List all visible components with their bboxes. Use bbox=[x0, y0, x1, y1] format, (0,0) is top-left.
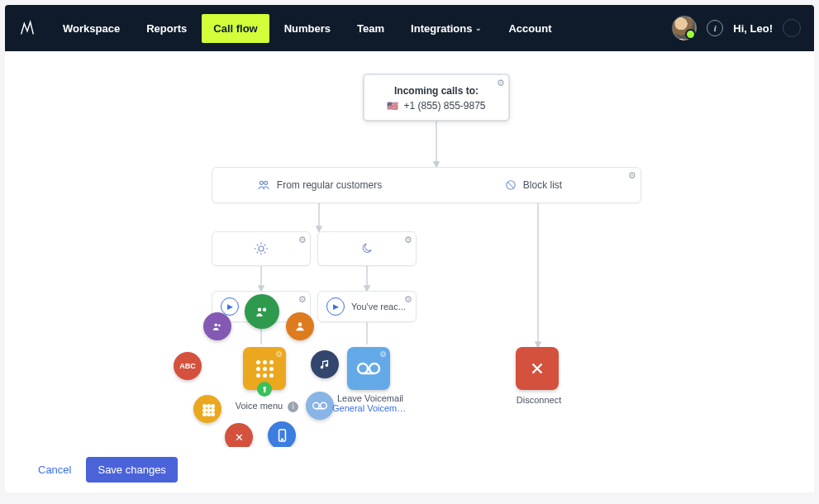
music-icon bbox=[319, 359, 331, 370]
close-icon: ✕ bbox=[235, 431, 244, 444]
incoming-phone: +1 (855) 855-9875 bbox=[403, 100, 485, 112]
app-header: Workspace Reports Call flow Numbers Team… bbox=[5, 5, 814, 51]
keypad-icon bbox=[202, 404, 213, 415]
keypad-icon bbox=[256, 360, 274, 378]
save-changes-button[interactable]: Save changes bbox=[86, 457, 177, 483]
chip-users[interactable] bbox=[203, 312, 231, 340]
label-text: Leave Voicemail bbox=[337, 393, 403, 403]
play-icon[interactable]: ▶ bbox=[326, 297, 345, 316]
flow-canvas[interactable]: ⚙ Incoming calls to: 🇺🇸 +1 (855) 855-987… bbox=[5, 51, 814, 492]
voicemail-sub-link[interactable]: General Voicema... bbox=[332, 403, 408, 413]
footer-actions: Cancel Save changes bbox=[5, 447, 814, 492]
gear-icon[interactable]: ⚙ bbox=[298, 235, 307, 245]
header-right: i Hi, Leo! bbox=[672, 16, 801, 40]
svg-point-4 bbox=[258, 308, 262, 312]
svg-point-7 bbox=[215, 324, 218, 327]
close-icon bbox=[528, 359, 546, 378]
svg-point-10 bbox=[321, 402, 327, 409]
gear-icon[interactable]: ⚙ bbox=[379, 349, 387, 359]
info-badge-icon[interactable]: i bbox=[288, 402, 298, 412]
svg-point-0 bbox=[260, 181, 263, 184]
node-voice-menu[interactable]: ⚙ ⬆ bbox=[243, 347, 286, 390]
gear-icon[interactable]: ⚙ bbox=[628, 170, 636, 181]
chip-keypad-small[interactable] bbox=[193, 395, 221, 423]
chevron-down-icon: ⌄ bbox=[475, 24, 482, 32]
nav-reports[interactable]: Reports bbox=[135, 14, 198, 43]
branch-block-list[interactable]: Block list bbox=[426, 168, 640, 202]
user-greeting: Hi, Leo! bbox=[733, 22, 773, 35]
svg-point-5 bbox=[263, 308, 267, 312]
nav-numbers[interactable]: Numbers bbox=[273, 14, 342, 43]
nav-workspace[interactable]: Workspace bbox=[51, 14, 131, 43]
nav-integrations[interactable]: Integrations ⌄ bbox=[399, 14, 493, 43]
nav-label: Integrations bbox=[411, 22, 472, 35]
gear-icon[interactable]: ⚙ bbox=[298, 294, 307, 305]
nav-label: Workspace bbox=[63, 22, 120, 35]
disconnect-label: Disconnect bbox=[501, 395, 577, 405]
primary-nav: Workspace Reports Call flow Numbers Team… bbox=[51, 14, 563, 43]
branch-block-label: Block list bbox=[523, 179, 562, 191]
info-icon[interactable]: i bbox=[707, 20, 723, 36]
node-branch: ⚙ From regular customers Block list bbox=[212, 167, 641, 203]
cancel-button[interactable]: Cancel bbox=[38, 464, 71, 476]
nav-team[interactable]: Team bbox=[345, 14, 396, 43]
chip-phone[interactable] bbox=[268, 421, 296, 449]
chip-group[interactable] bbox=[245, 294, 279, 329]
node-incoming-calls[interactable]: ⚙ Incoming calls to: 🇺🇸 +1 (855) 855-987… bbox=[364, 74, 509, 121]
branch-regular-customers[interactable]: From regular customers bbox=[212, 168, 426, 202]
phone-icon bbox=[278, 428, 287, 443]
header-end-button[interactable] bbox=[783, 19, 801, 37]
svg-point-8 bbox=[218, 324, 221, 326]
svg-point-3 bbox=[259, 246, 264, 251]
svg-point-1 bbox=[264, 181, 267, 184]
gear-icon[interactable]: ⚙ bbox=[497, 78, 505, 88]
block-icon bbox=[505, 179, 517, 191]
voicemail-label: Leave Voicemail General Voicema... bbox=[332, 393, 408, 413]
svg-point-9 bbox=[313, 402, 320, 409]
node-nighttime[interactable]: ⚙ bbox=[317, 231, 417, 266]
moon-icon bbox=[360, 242, 374, 255]
nav-label: Account bbox=[508, 22, 551, 35]
group-icon bbox=[255, 304, 269, 319]
sun-icon bbox=[254, 241, 269, 256]
nav-call-flow[interactable]: Call flow bbox=[202, 14, 269, 43]
svg-point-6 bbox=[298, 322, 302, 326]
node-voicemail[interactable]: ⚙ bbox=[347, 347, 390, 390]
nav-label: Team bbox=[357, 22, 384, 35]
user-avatar[interactable] bbox=[672, 16, 697, 40]
chip-voicemail-small[interactable] bbox=[306, 392, 334, 420]
chip-abc[interactable]: ABC bbox=[174, 352, 202, 380]
svg-point-14 bbox=[369, 364, 379, 373]
chip-user[interactable] bbox=[286, 312, 314, 340]
label-text: Voice menu bbox=[236, 401, 283, 411]
svg-point-13 bbox=[358, 364, 368, 373]
svg-point-12 bbox=[281, 439, 283, 440]
flag-icon: 🇺🇸 bbox=[387, 101, 398, 112]
nav-label: Reports bbox=[146, 22, 187, 35]
node-play-message-night[interactable]: ⚙ ▶ You've reac... bbox=[317, 291, 417, 322]
nav-account[interactable]: Account bbox=[497, 14, 563, 43]
nav-label: Call flow bbox=[213, 22, 257, 35]
node-daytime[interactable]: ⚙ bbox=[212, 231, 311, 266]
abc-icon: ABC bbox=[179, 362, 196, 370]
nav-label: Numbers bbox=[284, 22, 331, 35]
chip-music[interactable] bbox=[311, 350, 339, 378]
user-icon bbox=[294, 321, 306, 332]
incoming-title: Incoming calls to: bbox=[371, 85, 502, 97]
voicemail-icon bbox=[312, 401, 327, 411]
voice-menu-label: Voice menu i bbox=[230, 401, 304, 412]
message-text: You've reac... bbox=[351, 302, 406, 311]
app-logo[interactable] bbox=[18, 19, 36, 37]
gear-icon[interactable]: ⚙ bbox=[275, 349, 283, 359]
users-icon bbox=[212, 321, 223, 332]
gear-icon[interactable]: ⚙ bbox=[404, 235, 412, 245]
upload-icon[interactable]: ⬆ bbox=[257, 382, 272, 397]
node-disconnect[interactable] bbox=[516, 347, 559, 390]
gear-icon[interactable]: ⚙ bbox=[404, 294, 412, 305]
voicemail-icon bbox=[356, 361, 381, 376]
branch-regular-label: From regular customers bbox=[277, 179, 382, 191]
people-icon bbox=[257, 178, 270, 192]
